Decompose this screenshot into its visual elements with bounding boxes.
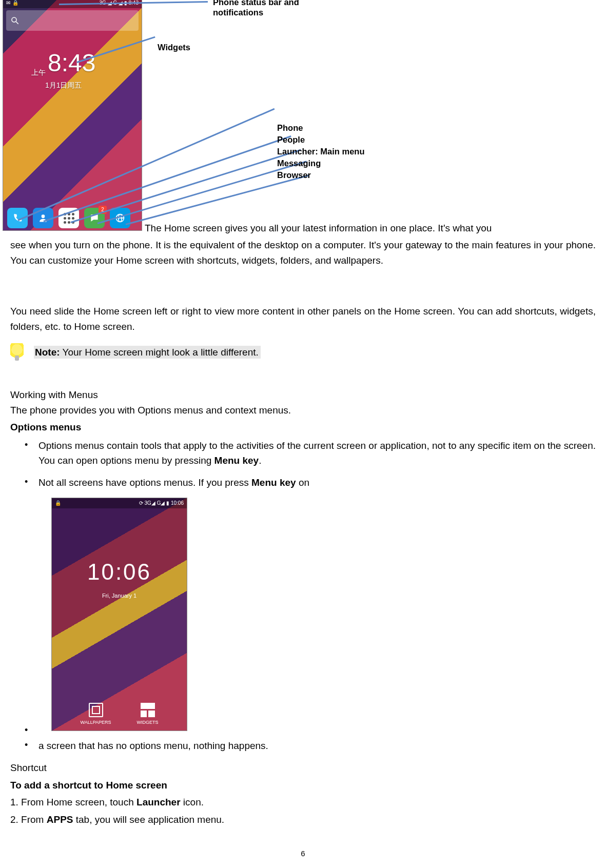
svg-point-2: [42, 214, 45, 218]
text: 2. From: [10, 814, 47, 825]
paragraph-slide: You need slide the Home screen left or r…: [10, 304, 596, 334]
callout-messaging-label: Messaging: [277, 157, 321, 170]
callout-launcher-label: Launcher: Main menu: [277, 145, 365, 159]
options-bullet-figure: 🔒 ⟳ 3G◢ G◢ ▮ 10:06 10:06 Fri, January 1 …: [10, 498, 596, 731]
svg-point-0: [12, 17, 16, 22]
lock-date: Fri, January 1: [52, 591, 187, 600]
widgets-label: WIDGETS: [137, 719, 159, 726]
add-shortcut-heading: To add a shortcut to Home screen: [10, 778, 596, 793]
launcher-strong: Launcher: [136, 797, 181, 807]
clock-widget: 上午 8:43 1月1日周五: [31, 44, 95, 91]
phone2-status-bar: 🔒 ⟳ 3G◢ G◢ ▮ 10:06: [52, 498, 187, 508]
lightbulb-icon: [10, 343, 24, 362]
section-working-menus: Working with Menus: [10, 387, 596, 402]
menus-intro: The phone provides you with Options menu…: [10, 403, 596, 418]
callout-people-label: People: [277, 133, 305, 147]
options-bullet-1: Options menus contain tools that apply t…: [10, 438, 596, 468]
status-lock-icon: 🔒: [55, 499, 61, 507]
wallpapers-label: WALLPAPERS: [80, 719, 111, 726]
step-2: 2. From APPS tab, you will see applicati…: [10, 812, 596, 827]
status-lock-icon: 🔒: [12, 0, 18, 7]
apps-strong: APPS: [47, 814, 73, 825]
note-label: Note:: [35, 347, 60, 358]
options-bullet-4: a screen that has no options menu, nothi…: [10, 738, 596, 753]
text: 1. From Home screen, touch: [10, 797, 136, 807]
callout-line: [126, 174, 309, 225]
note-block: Note: Your Home screen might look a litt…: [10, 343, 596, 362]
callout-status-label-2: notifications: [213, 6, 263, 19]
text: The Home screen gives you all your lates…: [145, 223, 492, 233]
text: Not all screens have options menus. If y…: [38, 477, 251, 488]
search-widget: [6, 10, 139, 31]
dock-messaging-icon: 2: [84, 208, 105, 228]
wallpapers-icon: [89, 703, 103, 717]
text: icon.: [181, 797, 204, 807]
menu-key-strong: Menu key: [214, 455, 259, 466]
callout-widgets-label: Widgets: [158, 41, 190, 54]
phone-screenshot-options: 🔒 ⟳ 3G◢ G◢ ▮ 10:06 10:06 Fri, January 1 …: [51, 498, 187, 731]
note-body: Your Home screen might look a little dif…: [60, 347, 259, 358]
options-bullet-list: Options menus contain tools that apply t…: [10, 438, 596, 754]
lock-time: 10:06: [52, 555, 187, 589]
svg-line-1: [16, 22, 18, 24]
text: on: [296, 477, 309, 488]
shortcut-heading: Shortcut: [10, 760, 596, 775]
text: tab, you will see application menu.: [73, 814, 224, 825]
menu-key-strong: Menu key: [251, 477, 296, 488]
status-right-text: ⟳ 3G◢ G◢ ▮ 10:06: [139, 499, 184, 507]
note-text: Note: Your Home screen might look a litt…: [34, 345, 261, 360]
options-menus-heading: Options menus: [10, 420, 596, 435]
widgets-icon: [141, 703, 155, 717]
callout-phone-label: Phone: [277, 122, 303, 135]
wallpaper-widget-row: WALLPAPERS WIDGETS: [52, 703, 187, 726]
wallpapers-option: WALLPAPERS: [80, 703, 111, 726]
text: .: [259, 455, 261, 466]
step-1: 1. From Home screen, touch Launcher icon…: [10, 795, 596, 810]
clock-ampm: 上午: [31, 67, 46, 78]
text: Options menus contain tools that apply t…: [38, 440, 596, 466]
options-bullet-2: Not all screens have options menus. If y…: [10, 475, 596, 490]
paragraph-home-intro-cont: see when you turn on the phone. It is th…: [10, 238, 596, 268]
home-screen-diagram: ✉ 🔒 3G ◢ G ◢ ▮ 8:43 上午 8:43 1月1日周五: [10, 0, 596, 190]
lock-clock: 10:06 Fri, January 1: [52, 555, 187, 600]
widgets-option: WIDGETS: [137, 703, 159, 726]
status-msg-icon: ✉: [6, 0, 10, 7]
search-icon: [10, 16, 19, 25]
clock-time-value: 8:43: [48, 44, 95, 82]
page-number: 6: [10, 847, 596, 859]
callout-browser-label: Browser: [277, 169, 311, 182]
